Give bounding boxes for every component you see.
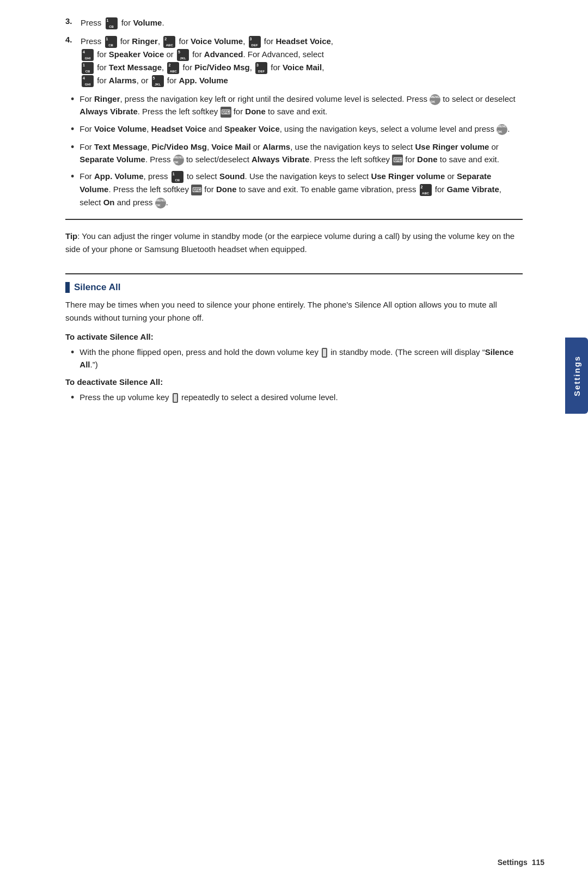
deactivate-text1: Press the up volume key	[79, 393, 169, 402]
softkey-icon-3	[191, 185, 202, 195]
activate-bullet-item: • With the phone flipped open, press and…	[65, 346, 523, 371]
ringer-label: Ringer	[132, 36, 158, 46]
side-tab: Settings	[565, 338, 588, 414]
bullet-text-3: For Text Message, Pic/Video Msg, Voice M…	[79, 140, 523, 166]
deactivate-bullet-dot: •	[71, 391, 74, 404]
deactivate-title: To deactivate Silence All:	[65, 377, 523, 387]
menu-ok-icon-4: MENUOK	[155, 198, 166, 209]
menu-ok-icon-2: MENUOK	[497, 124, 507, 135]
voice-volume-label: Voice Volume	[191, 36, 243, 46]
menu-ok-icon-3: MENUOK	[173, 155, 184, 165]
step3-num: 3.	[65, 16, 81, 26]
activate-bullet-list: • With the phone flipped open, press and…	[65, 346, 523, 371]
bullet-text-4: For App. Volume, press 1CB to select Sou…	[79, 170, 523, 209]
key-headset: 3DEF	[249, 36, 261, 48]
voice-mail-label: Voice Mail	[283, 63, 322, 72]
text-message-label: Text Message	[109, 63, 162, 72]
bullet-dot-3: •	[71, 140, 74, 154]
title-bar	[65, 282, 70, 293]
bullet-text-1: For Ringer, press the navigation key lef…	[79, 93, 523, 118]
softkey-icon-1	[220, 107, 231, 118]
pic-video-label: Pic/Video Msg	[194, 63, 249, 72]
deactivate-bullet-item: • Press the up volume key repeatedly to …	[65, 391, 523, 404]
bullet-text-message: • For Text Message, Pic/Video Msg, Voice…	[65, 140, 523, 166]
vol-down-icon	[322, 348, 327, 358]
tip-text: : You can adjust the ringer volume in st…	[65, 231, 514, 254]
step3-press: Press	[81, 18, 101, 27]
divider-2	[65, 273, 523, 274]
page-footer: Settings 115	[498, 858, 544, 867]
deactivate-bullet-text: Press the up volume key repeatedly to se…	[79, 391, 523, 403]
step4-line2: 4GHI for Speaker Voice or 5JKL for Advan…	[81, 50, 324, 59]
key-sound: 1CB	[171, 171, 183, 183]
bullet-voice-volume: • For Voice Volume, Headset Voice and Sp…	[65, 122, 523, 136]
bullet-app-volume: • For App. Volume, press 1CB to select S…	[65, 170, 523, 209]
footer-section: Settings	[498, 858, 528, 867]
silence-all-intro: There may be times when you need to sile…	[65, 298, 523, 324]
key1-icon: 1 CB	[106, 17, 118, 29]
activate-text1: With the phone flipped open, press and h…	[79, 347, 318, 357]
divider-1	[65, 219, 523, 220]
key-alarms: 4GHI	[82, 75, 94, 87]
softkey-icon-2	[392, 155, 403, 165]
activate-bullet-text: With the phone flipped open, press and h…	[79, 346, 523, 371]
bullet-ringer: • For Ringer, press the navigation key l…	[65, 93, 523, 118]
menu-ok-icon-1: MENUOK	[430, 94, 440, 105]
key-app-vol: 5JKL	[152, 75, 164, 87]
bullet-dot-1: •	[71, 93, 74, 106]
step3-for: for	[121, 18, 133, 27]
bullet-list: • For Ringer, press the navigation key l…	[65, 93, 523, 209]
step3: 3. Press 1 CB for Volume.	[65, 16, 523, 29]
bullet-text-2: For Voice Volume, Headset Voice and Spea…	[79, 122, 523, 135]
step4-line3: 1CB for Text Message, 2ABC for Pic/Video…	[81, 63, 324, 72]
footer-page-num: 115	[532, 858, 544, 867]
silence-all-section: Silence All There may be times when you …	[65, 282, 523, 405]
step4-body: Press 1CB for Ringer, 2ABC for Voice Vol…	[81, 35, 523, 87]
page-content: 3. Press 1 CB for Volume. 4. Press 1CB f…	[22, 0, 566, 442]
step4-num: 4.	[65, 35, 81, 44]
deactivate-text2: repeatedly to select a desired volume le…	[181, 393, 338, 402]
tip-box: Tip: You can adjust the ringer volume in…	[65, 228, 523, 263]
speaker-voice-label: Speaker Voice	[109, 50, 164, 59]
activate-bullet-dot: •	[71, 346, 74, 359]
activate-title: To activate Silence All:	[65, 332, 523, 341]
tip-label: Tip	[65, 231, 77, 241]
key-text-msg: 1CB	[82, 62, 94, 74]
key-ringer: 1CB	[105, 36, 117, 48]
silence-all-title: Silence All	[65, 282, 523, 293]
bullet-dot-4: •	[71, 170, 74, 183]
step4-line4: 4GHI for Alarms, or 5JKL for App. Volume	[81, 76, 228, 85]
advanced-label: Advanced	[204, 50, 243, 59]
key-voicemail: 3DEF	[255, 62, 267, 74]
alarms-label: Alarms	[109, 76, 137, 85]
bullet-dot-2: •	[71, 122, 74, 136]
key-pic-vid: 2ABC	[167, 62, 179, 74]
step4-line1: Press 1CB for Ringer, 2ABC for Voice Vol…	[81, 36, 333, 46]
key-game-vib: 2ABC	[420, 184, 432, 196]
app-volume-label: App. Volume	[179, 76, 228, 85]
deactivate-bullet-list: • Press the up volume key repeatedly to …	[65, 391, 523, 404]
key-advanced: 5JKL	[177, 49, 189, 61]
silence-all-title-text: Silence All	[74, 282, 120, 293]
step3-body: Press 1 CB for Volume.	[81, 16, 523, 29]
key-speaker: 4GHI	[82, 49, 94, 61]
vol-up-icon	[173, 393, 178, 403]
key-voice-vol: 2ABC	[163, 36, 175, 48]
step3-volume: Volume	[133, 18, 162, 27]
step4: 4. Press 1CB for Ringer, 2ABC for Voice …	[65, 35, 523, 87]
headset-voice-label: Headset Voice	[275, 36, 330, 46]
